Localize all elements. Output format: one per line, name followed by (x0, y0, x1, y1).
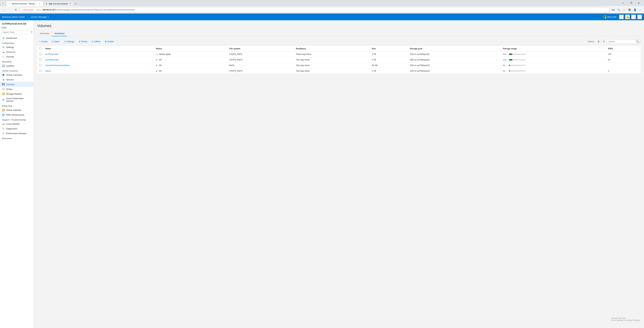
sidebar-item-sdn-label: SDN Infrastructure (6, 114, 24, 116)
table-row: ClusterPerformanceHistory ✔ OK ReFS Two-… (37, 63, 640, 68)
table-search-box[interactable]: 🔍 (607, 39, 640, 44)
row-checkbox-cell[interactable] (37, 57, 44, 63)
view-toggle-button[interactable]: ⊞ (596, 39, 601, 44)
select-all-checkbox[interactable] (39, 47, 41, 50)
sidebar-item-diagnostics[interactable]: 🔧 Diagnostics (0, 126, 34, 131)
security-nav-icon: 🛡 (2, 55, 5, 58)
window-controls: — ❐ ✕ (619, 0, 643, 6)
sidebar-item-security[interactable]: 🛡 Security (0, 54, 34, 59)
sidebar-item-updates-label: Updates (6, 65, 14, 67)
row-checkbox-cell[interactable] (37, 52, 44, 57)
col-header-filesystem[interactable]: File system (227, 46, 294, 52)
row-checkbox[interactable] (39, 64, 41, 66)
open-button[interactable]: ⊡ Open (50, 39, 62, 44)
col-header-status[interactable]: Status (154, 46, 227, 52)
usage-pct-label: 6% (503, 64, 508, 66)
col-header-name[interactable]: Name (44, 46, 154, 52)
back-button[interactable]: ← (1, 8, 6, 12)
volume-name-link[interactable]: ax750hynode1 (46, 53, 59, 56)
row-checkbox-cell[interactable] (37, 63, 44, 68)
storage-pool-cell: S2D on ax750hyclu22 (408, 68, 501, 74)
tab-inventory[interactable]: Inventory (52, 31, 67, 36)
sidebar-item-drives[interactable]: 💿 Drives (0, 87, 34, 91)
table-search-icon[interactable]: 🔍 (635, 40, 640, 44)
sidebar-item-vms[interactable]: 💻 Virtual machines (0, 73, 34, 77)
sidebar-item-servers[interactable]: 🖥 Servers (0, 77, 34, 82)
tab-favicon-inactive: 🔒 (46, 3, 48, 5)
volume-name-link[interactable]: csfss1 (46, 70, 51, 72)
security-warning-icon: ⚠ (22, 9, 24, 11)
forward-button[interactable]: → (8, 8, 12, 12)
col-header-iops[interactable]: IOPS (606, 46, 640, 52)
col-header-storage-usage[interactable]: Storage usage (501, 46, 606, 52)
sidebar-item-aks[interactable]: ☸ Azure Kubernetes Service (0, 96, 34, 103)
cluster-manager-label: Cluster Manager (31, 16, 47, 18)
sidebar-collapse-button[interactable]: ‹ (32, 27, 32, 29)
row-checkbox[interactable] (39, 70, 41, 72)
help-button[interactable]: ? (637, 15, 642, 19)
sidebar-item-volumes[interactable]: 💾 Volumes (0, 82, 34, 87)
virtual-switches-icon: 🔀 (2, 109, 5, 111)
browser-tab-inactive[interactable]: 🔒 Sign in to your account ✕ (43, 1, 74, 6)
terminal-icon-button[interactable]: ⌨ (619, 15, 624, 19)
settings-nav-icon: ⚙ (2, 46, 5, 49)
volume-name-link[interactable]: ClusterPerformanceHistory (46, 64, 70, 67)
usage-bar-container: 20% (503, 59, 604, 61)
tab-close-inactive[interactable]: ✕ (69, 2, 72, 5)
sidebar-item-storage-replica[interactable]: 🔁 Storage Replica (0, 91, 34, 96)
header-separator: | (28, 16, 28, 18)
reload-button[interactable]: ↻ (14, 8, 18, 12)
settings-button[interactable]: ⚙ (631, 15, 636, 19)
row-checkbox[interactable] (39, 53, 41, 55)
filesystem-cell: CSVFS_ReFS (227, 68, 294, 74)
sidebar-search[interactable]: 🔍 (1, 30, 32, 34)
maximize-button[interactable]: ❐ (627, 0, 635, 6)
volume-name-link[interactable]: ax750hynode2 (46, 59, 59, 61)
usage-bar-fill (509, 59, 512, 61)
new-tab-button[interactable]: + (74, 1, 78, 6)
notifications-button[interactable]: 🔔 (625, 15, 630, 19)
search-tools-input[interactable] (2, 31, 30, 34)
col-header-resiliency[interactable]: Resiliency (294, 46, 370, 52)
sidebar-item-sdn[interactable]: 🌐 SDN Infrastructure (0, 112, 34, 117)
search-tools-icon: 🔍 (30, 31, 32, 34)
drives-icon: 💿 (2, 88, 5, 90)
status-text: OK (159, 59, 162, 61)
sidebar-item-settings[interactable]: ⚙ Settings (0, 45, 34, 50)
sidebar-item-virtual-switches[interactable]: 🔀 Virtual switches (0, 108, 34, 112)
settings-toolbar-button[interactable]: ⊙ Settings (62, 39, 76, 44)
zoom-button[interactable]: 🔍 (616, 8, 621, 12)
address-bar[interactable]: ⚠ Not secure | https://100.98.22.107/clu… (20, 7, 610, 13)
reader-mode-button[interactable]: Aa (611, 8, 616, 12)
sidebar-item-perf-monitor[interactable]: 📈 Performance Monitor (0, 131, 34, 136)
app-header: Windows Admin Center | Cluster Manager ▾… (0, 14, 644, 20)
col-header-size[interactable]: Size (370, 46, 408, 52)
more-button[interactable]: ⋯ (638, 8, 643, 12)
table-row: ax750hynode1 ⚠ Needs repair CSVFS_ReFS T… (37, 52, 640, 57)
row-checkbox[interactable] (39, 59, 41, 61)
offline-button[interactable]: ⊖ Offline (90, 39, 102, 44)
refresh-button[interactable]: ↻ (602, 39, 606, 44)
profile-button[interactable]: 👤 (632, 8, 637, 12)
close-button[interactable]: ✕ (635, 0, 643, 6)
sidebar-item-updates[interactable]: 🔄 Updates (0, 63, 34, 68)
ms-logo-green (605, 15, 606, 17)
favorites-button[interactable]: ☆ (622, 8, 626, 12)
minimize-button[interactable]: — (619, 0, 627, 6)
col-header-storage-pool[interactable]: Storage pool (408, 46, 501, 52)
sidebar-item-dashboard[interactable]: ⊞ Dashboard (0, 36, 34, 40)
online-button[interactable]: ⊕ Online (77, 39, 89, 44)
row-checkbox-cell[interactable] (37, 68, 44, 74)
collections-button[interactable]: 📚 (627, 8, 632, 12)
browser-tab-active[interactable]: 📄 Volumes Inventory - Volumes - C ✕ (6, 1, 43, 6)
tab-close-active[interactable]: ✕ (38, 2, 41, 5)
delete-button[interactable]: 🗑 Delete (103, 39, 116, 44)
status-cell-content: ✔ OK (156, 70, 225, 72)
table-search-input[interactable] (607, 40, 635, 44)
cluster-manager-dropdown[interactable]: Cluster Manager ▾ (31, 16, 48, 18)
sidebar-item-azure-monitor[interactable]: 📊 Azure Monitor (0, 122, 34, 126)
sidebar-item-azure-arc[interactable]: ☁ Azure Arc (0, 50, 34, 54)
select-all-header[interactable] (37, 46, 44, 52)
tab-summary[interactable]: Summary (37, 31, 52, 36)
create-button[interactable]: + Create (37, 39, 49, 44)
